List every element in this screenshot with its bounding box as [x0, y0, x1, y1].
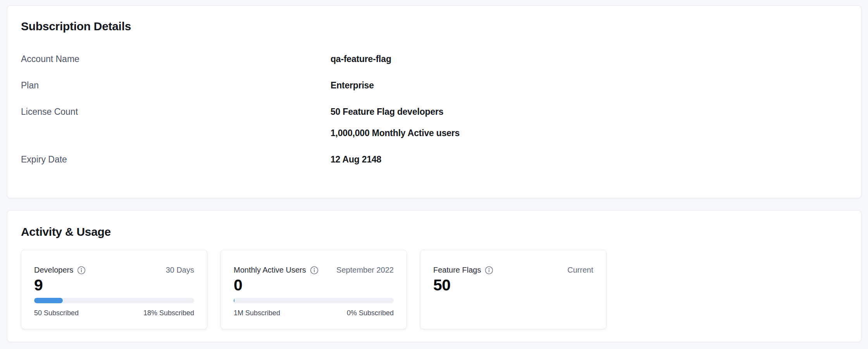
activity-usage-card: Activity & Usage Developers — [7, 210, 861, 342]
row-license-count: License Count 50 Feature Flag developers… — [21, 106, 847, 139]
subscription-rows: Account Name qa-feature-flag Plan Enterp… — [21, 53, 847, 166]
subscription-details-title: Subscription Details — [21, 19, 847, 34]
developers-subscribed-count: 50 Subscribed — [34, 308, 79, 318]
mau-metric-value: 0 — [234, 276, 394, 294]
mau-progress-fill — [234, 298, 234, 303]
mau-metric-card: Monthly Active Users September 2022 0 — [220, 250, 407, 329]
subscription-details-card: Subscription Details Account Name qa-fea… — [7, 5, 861, 198]
developers-progress-bar — [34, 298, 194, 303]
row-expiry-date: Expiry Date 12 Aug 2148 — [21, 154, 847, 166]
account-name-label: Account Name — [21, 53, 331, 65]
row-plan: Plan Enterprise — [21, 79, 847, 92]
license-count-label: License Count — [21, 106, 331, 118]
info-icon[interactable] — [310, 266, 319, 275]
developers-metric-card: Developers 30 Days 9 — [21, 250, 207, 329]
developers-metric-value: 9 — [34, 276, 194, 294]
feature-flags-metric-label: Feature Flags — [433, 265, 481, 275]
developers-metric-period: 30 Days — [166, 265, 194, 275]
mau-metric-period: September 2022 — [336, 265, 394, 275]
developers-progress-fill — [34, 298, 63, 303]
activity-usage-title: Activity & Usage — [21, 225, 847, 239]
info-icon[interactable] — [485, 266, 493, 275]
account-name-value: qa-feature-flag — [331, 53, 391, 65]
mau-subscribed-count: 1M Subscribed — [234, 308, 280, 318]
mau-metric-label: Monthly Active Users — [234, 265, 306, 275]
feature-flags-metric-period: Current — [567, 265, 593, 275]
row-account-name: Account Name qa-feature-flag — [21, 53, 847, 65]
expiry-date-value: 12 Aug 2148 — [331, 154, 381, 166]
subscription-page: Subscription Details Account Name qa-fea… — [0, 0, 868, 349]
developers-metric-label: Developers — [34, 265, 73, 275]
license-count-mau-value: 1,000,000 Monthly Active users — [331, 127, 460, 139]
license-count-developers-value: 50 Feature Flag developers — [331, 106, 460, 118]
plan-value: Enterprise — [331, 79, 374, 92]
plan-label: Plan — [21, 79, 331, 92]
expiry-date-label: Expiry Date — [21, 154, 331, 166]
feature-flags-metric-value: 50 — [433, 276, 593, 294]
info-icon[interactable] — [77, 266, 86, 275]
mau-progress-bar — [234, 298, 394, 303]
metric-cards: Developers 30 Days 9 — [21, 250, 847, 329]
developers-subscribed-percent: 18% Subscribed — [143, 308, 194, 318]
mau-subscribed-percent: 0% Subscribed — [347, 308, 394, 318]
feature-flags-metric-card: Feature Flags Current 50 — [420, 250, 606, 329]
